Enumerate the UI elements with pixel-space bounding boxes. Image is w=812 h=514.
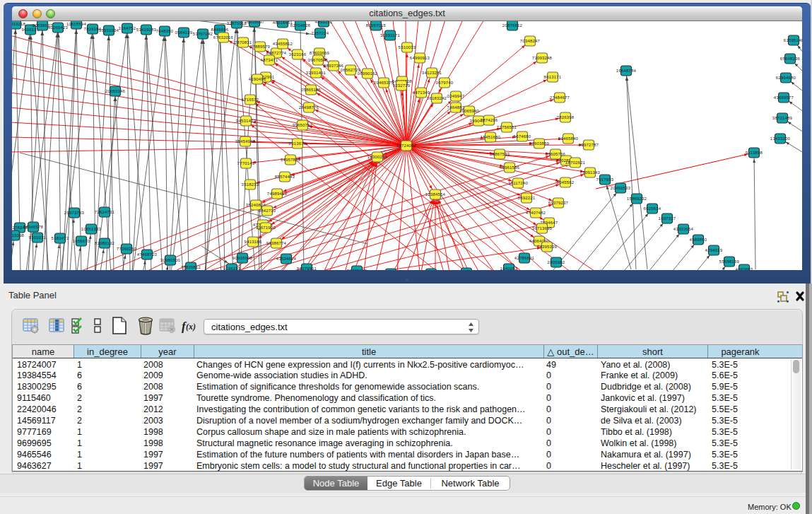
svg-text:45961586: 45961586 [500,165,520,170]
svg-text:4190496: 4190496 [249,77,266,81]
svg-text:10433218: 10433218 [12,22,26,26]
svg-text:13315098: 13315098 [12,233,25,238]
svg-text:20450533: 20450533 [611,186,631,190]
svg-text:43534624: 43534624 [276,257,297,261]
svg-text:7826398: 7826398 [557,115,575,119]
svg-text:87603859: 87603859 [529,141,550,146]
svg-text:70348247: 70348247 [520,39,541,43]
svg-text:20053346: 20053346 [105,89,126,93]
svg-text:6716572: 6716572 [242,98,259,102]
svg-text:1640052: 1640052 [500,267,518,270]
svg-text:87603669: 87603669 [310,51,330,55]
svg-text:38721489: 38721489 [772,116,793,120]
svg-text:28498776: 28498776 [299,105,319,110]
svg-text:95931034: 95931034 [99,28,119,33]
svg-text:19065940: 19065940 [459,109,480,113]
svg-text:78091343: 78091343 [580,170,601,175]
svg-text:6025634: 6025634 [644,206,661,211]
svg-text:27889579: 27889579 [250,45,271,49]
svg-text:74395339: 74395339 [537,245,558,249]
svg-text:62994680: 62994680 [776,76,796,80]
svg-text:53419283: 53419283 [136,28,157,32]
svg-text:55698169: 55698169 [719,259,740,264]
svg-text:4586850: 4586850 [690,238,707,242]
svg-text:0564139: 0564139 [175,30,193,35]
svg-text:71093248: 71093248 [532,56,553,60]
svg-text:10651333: 10651333 [81,227,102,231]
svg-text:09670546: 09670546 [308,58,329,62]
svg-text:69379237: 69379237 [548,201,569,205]
svg-text:8849696: 8849696 [211,28,229,32]
svg-text:80957015: 80957015 [366,23,387,28]
svg-text:30980500: 30980500 [160,258,181,262]
svg-text:34957885: 34957885 [281,158,301,162]
svg-text:18300295: 18300295 [367,155,388,159]
svg-text:26916697: 26916697 [245,21,265,24]
svg-text:58867533: 58867533 [490,152,510,156]
svg-text:4060883: 4060883 [736,267,753,270]
svg-text:7770143: 7770143 [237,161,255,165]
svg-text:31931491: 31931491 [306,71,326,75]
svg-text:5310033: 5310033 [399,45,416,49]
svg-text:64990913: 64990913 [410,56,430,60]
svg-text:49972787: 49972787 [579,143,599,147]
svg-text:7874296: 7874296 [481,118,498,122]
svg-text:13433200: 13433200 [770,136,791,141]
svg-text:8613171: 8613171 [544,75,562,79]
svg-text:9413186: 9413186 [245,240,262,244]
svg-text:21465840: 21465840 [558,136,579,141]
svg-text:05865185: 05865185 [301,88,322,92]
svg-text:38346578: 38346578 [23,225,44,229]
svg-text:53767242: 53767242 [193,32,213,36]
svg-text:99386774: 99386774 [266,241,287,245]
svg-text:(x): (x) [186,322,196,332]
svg-text:4471349: 4471349 [413,90,430,95]
svg-text:61595148: 61595148 [784,38,802,42]
svg-text:27484677: 27484677 [550,95,570,100]
svg-text:85574443: 85574443 [275,175,295,179]
svg-text:7357224: 7357224 [312,31,329,35]
svg-text:47468723: 47468723 [137,252,158,257]
svg-text:4873471: 4873471 [261,58,278,62]
svg-text:43303654: 43303654 [673,227,694,231]
svg-text:43699577: 43699577 [774,95,794,100]
svg-text:86872774: 86872774 [266,51,287,55]
svg-text:43455812: 43455812 [273,42,293,46]
svg-text:90916998: 90916998 [233,256,253,260]
svg-text:20465375: 20465375 [374,81,394,85]
svg-text:9113898: 9113898 [746,151,763,155]
svg-text:9136193: 9136193 [223,267,241,270]
svg-text:99650752: 99650752 [293,123,313,127]
svg-text:8692221: 8692221 [518,196,536,200]
svg-text:94531473: 94531473 [236,119,257,123]
svg-text:51079911: 51079911 [297,267,317,270]
svg-text:65648236: 65648236 [780,57,801,61]
svg-text:36183242: 36183242 [427,96,447,100]
svg-text:67632016: 67632016 [213,35,234,40]
svg-text:7917693: 7917693 [596,177,614,182]
svg-text:4294019: 4294019 [705,248,723,252]
svg-text:12384554: 12384554 [425,192,446,197]
svg-text:40265423: 40265423 [48,25,69,30]
svg-text:77360260: 77360260 [117,247,137,251]
svg-text:81080132: 81080132 [95,241,115,245]
svg-text:38425135: 38425135 [347,269,367,270]
svg-text:1656670: 1656670 [73,239,90,243]
svg-text:78820812: 78820812 [181,265,201,269]
svg-text:72624731: 72624731 [95,210,115,214]
svg-text:29973763: 29973763 [64,211,85,215]
svg-text:47407482: 47407482 [526,211,546,215]
svg-text:2805982: 2805982 [548,260,565,264]
svg-text:0249947: 0249947 [447,94,465,98]
svg-text:62704828: 62704828 [290,23,311,28]
svg-text:5045562: 5045562 [557,180,575,185]
svg-text:11671902: 11671902 [256,226,276,230]
svg-text:5183473: 5183473 [52,236,69,240]
svg-text:3518233: 3518233 [242,182,259,187]
svg-text:42786801: 42786801 [514,256,535,260]
svg-text:0679740: 0679740 [436,81,454,85]
svg-text:34123281: 34123281 [422,71,442,75]
svg-text:5674680: 5674680 [514,134,531,139]
svg-text:16117240: 16117240 [508,181,528,185]
svg-text:0842710: 0842710 [259,209,276,213]
